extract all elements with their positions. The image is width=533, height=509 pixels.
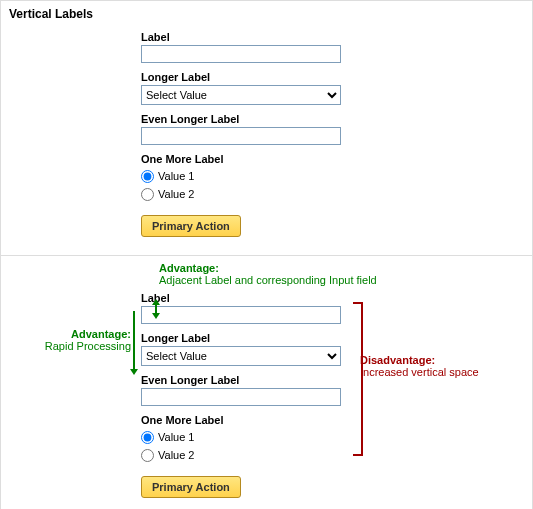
annotation-advantage-top: Advantage: Adjacent Label and correspond… xyxy=(159,262,377,286)
input2-1[interactable] xyxy=(141,306,341,324)
form2-row-1: Label xyxy=(141,292,351,324)
annotation-disadvantage: Disadvantage: Increased vertical space xyxy=(360,354,520,378)
form2-row-2: Longer Label Select Value xyxy=(141,332,351,366)
select-1[interactable]: Select Value xyxy=(141,85,341,105)
radio-label-1: Value 1 xyxy=(158,170,195,182)
radio2-label-1: Value 1 xyxy=(158,431,195,443)
form2-row-3: Even Longer Label xyxy=(141,374,351,406)
annotation-advantage-top-text: Adjacent Label and corresponding Input f… xyxy=(159,274,377,286)
radio-1[interactable] xyxy=(141,170,154,183)
label2-1: Label xyxy=(141,292,351,304)
annotation-advantage-left-title: Advantage: xyxy=(71,328,131,340)
input-3[interactable] xyxy=(141,127,341,145)
primary-action-button[interactable]: Primary Action xyxy=(141,215,241,237)
panel-annotated: Advantage: Adjacent Label and correspond… xyxy=(1,256,532,509)
annotation-advantage-left-text: Rapid Processing xyxy=(45,340,131,352)
annotation-disadvantage-text: Increased vertical space xyxy=(360,366,479,378)
arrow-adjacent-icon xyxy=(155,303,157,315)
label-1: Label xyxy=(141,31,351,43)
bracket-disadvantage-icon xyxy=(353,302,363,456)
radio-label-2: Value 2 xyxy=(158,188,195,200)
label-2: Longer Label xyxy=(141,71,351,83)
form-area-2: Label Longer Label Select Value Even Lon… xyxy=(141,292,351,498)
primary-action-button-2[interactable]: Primary Action xyxy=(141,476,241,498)
radio2-row-1: Value 1 xyxy=(141,428,351,446)
radio-2[interactable] xyxy=(141,188,154,201)
annotation-advantage-left: Advantage: Rapid Processing xyxy=(15,328,131,352)
annotation-disadvantage-title: Disadvantage: xyxy=(360,354,435,366)
radio-row-1: Value 1 xyxy=(141,167,351,185)
input-1[interactable] xyxy=(141,45,341,63)
form-row-3: Even Longer Label xyxy=(141,113,351,145)
form-row-1: Label xyxy=(141,31,351,63)
select2-1[interactable]: Select Value xyxy=(141,346,341,366)
radio2-row-2: Value 2 xyxy=(141,446,351,464)
arrow-rapid-icon xyxy=(133,311,135,371)
form-row-2: Longer Label Select Value xyxy=(141,71,351,105)
label-3: Even Longer Label xyxy=(141,113,351,125)
radio-row-2: Value 2 xyxy=(141,185,351,203)
label2-4: One More Label xyxy=(141,414,351,426)
outer-container: Vertical Labels Label Longer Label Selec… xyxy=(0,0,533,509)
label2-2: Longer Label xyxy=(141,332,351,344)
radio2-1[interactable] xyxy=(141,431,154,444)
radio2-label-2: Value 2 xyxy=(158,449,195,461)
annotation-advantage-top-title: Advantage: xyxy=(159,262,219,274)
section-title: Vertical Labels xyxy=(1,1,532,31)
form2-row-4: One More Label Value 1 Value 2 xyxy=(141,414,351,464)
form-area: Label Longer Label Select Value Even Lon… xyxy=(141,31,351,237)
form-row-4: One More Label Value 1 Value 2 xyxy=(141,153,351,203)
panel2-inner: Advantage: Adjacent Label and correspond… xyxy=(1,256,532,498)
panel-plain: Vertical Labels Label Longer Label Selec… xyxy=(1,1,532,256)
label-4: One More Label xyxy=(141,153,351,165)
radio2-2[interactable] xyxy=(141,449,154,462)
input2-3[interactable] xyxy=(141,388,341,406)
label2-3: Even Longer Label xyxy=(141,374,351,386)
